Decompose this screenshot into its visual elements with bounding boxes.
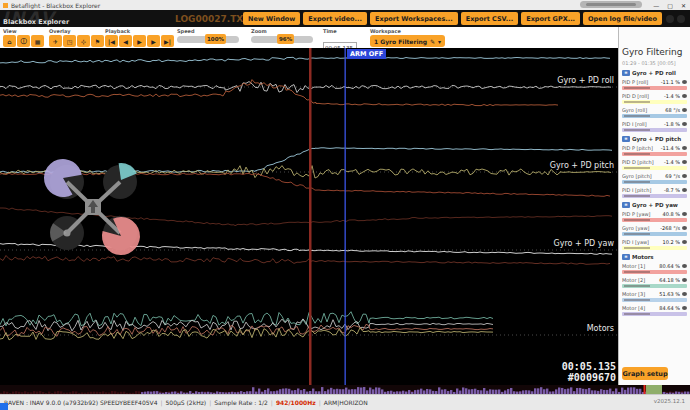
legend-field-row[interactable]: Gyro [roll]68 °/s: [622, 106, 687, 113]
eye-icon[interactable]: [682, 94, 687, 98]
eye-icon[interactable]: [682, 108, 687, 112]
step-forward-icon[interactable]: ▶: [147, 35, 160, 47]
step-back-icon[interactable]: ◀: [119, 35, 132, 47]
field-color-strip: [622, 284, 687, 288]
legend-field-row[interactable]: PID I [yaw]10.2 %: [622, 238, 687, 245]
legend-group-name: Gyro + PD pitch: [632, 136, 681, 142]
effective-frequency: 942/1000Hz: [276, 399, 316, 406]
header-button-export-video[interactable]: Export video...: [303, 12, 367, 25]
legend-field-row[interactable]: PID P [roll]-11.1 %: [622, 78, 687, 85]
seek-bar[interactable]: [0, 385, 690, 394]
jump-end-icon[interactable]: ▶|: [161, 35, 174, 47]
chevron-down-icon[interactable]: ▾: [438, 38, 441, 45]
field-color-strip: [622, 100, 687, 104]
chart-canvas[interactable]: [0, 48, 618, 385]
header-button-export-workspaces[interactable]: Export Workspaces...: [370, 12, 458, 25]
sticks-icon[interactable]: ⊹: [77, 35, 90, 47]
field-value: -1.4 %: [664, 93, 680, 99]
eye-icon[interactable]: [682, 278, 687, 282]
eye-icon[interactable]: [682, 122, 687, 126]
maximize-icon[interactable]: ▢: [667, 2, 673, 9]
field-name: Motor [1]: [622, 263, 659, 269]
playback-label: Playback: [105, 28, 174, 34]
legend-field-row[interactable]: Motor [3]51.63 %: [622, 290, 687, 297]
legend-field-row[interactable]: Gyro [pitch]69 °/s: [622, 172, 687, 179]
time-frame-readout: 00:05.135 #0009670: [500, 361, 616, 383]
header-button-export-gpx[interactable]: Export GPX...: [521, 12, 580, 25]
zoom-slider[interactable]: 96%: [251, 36, 313, 43]
legend-field-row[interactable]: PID I [roll]-1.8 %: [622, 120, 687, 127]
legend-field-row[interactable]: Motor [1]80.64 %: [622, 262, 687, 269]
jump-start-icon[interactable]: |◀: [105, 35, 118, 47]
field-name: Motor [4]: [622, 305, 659, 311]
marker-icon[interactable]: ⚑: [91, 35, 104, 47]
zoom-value-badge[interactable]: 96%: [277, 34, 294, 44]
legend-group-name: Gyro + PD roll: [632, 70, 676, 76]
eye-icon[interactable]: [682, 292, 687, 296]
legend-field-row[interactable]: PID D [roll]-1.4 %: [622, 92, 687, 99]
eye-icon[interactable]: [682, 146, 687, 150]
graph-icon: ≡: [622, 254, 630, 260]
field-name: Gyro [yaw]: [622, 225, 660, 231]
minimize-icon[interactable]: —: [653, 2, 659, 9]
header-button-new-window[interactable]: New Window: [243, 12, 300, 25]
close-icon[interactable]: ✕: [681, 2, 686, 9]
header-button-row: New WindowExport video...Export Workspac…: [243, 12, 662, 25]
legend-field-row[interactable]: Motor [4]84.64 %: [622, 304, 687, 311]
grid-icon[interactable]: ▦: [31, 35, 44, 47]
eye-icon[interactable]: [682, 80, 687, 84]
field-value: -1.4 %: [664, 159, 680, 165]
legend-field-row[interactable]: Motor [2]64.18 %: [622, 276, 687, 283]
field-color-strip: [622, 270, 687, 274]
field-value: 80.64 %: [659, 263, 680, 269]
eye-icon[interactable]: [682, 226, 687, 230]
legend-group-header[interactable]: ≡Gyro + PD yaw: [622, 202, 687, 208]
workspace-value: 1 Gyro Filtering: [374, 38, 427, 45]
legend-field-row[interactable]: PID I [pitch]-8.7 %: [622, 186, 687, 193]
field-name: PID P [pitch]: [622, 145, 661, 151]
field-color-strip: [622, 232, 687, 236]
info-icon[interactable]: ⓘ: [17, 35, 30, 47]
header-circle-icon[interactable]: [666, 15, 674, 23]
view-label: View: [3, 28, 44, 34]
workspace-dropdown[interactable]: 1 Gyro Filtering ✎ ▾: [370, 35, 445, 47]
home-icon[interactable]: ⌂: [3, 35, 16, 47]
log-info: RAVEN : INAV 9.0.0 (a7932b92) SPEEDYBEEF…: [4, 399, 158, 406]
log-time-range: 01:29 - 01:35 [00:05]: [622, 60, 687, 66]
header-button-export-csv[interactable]: Export CSV...: [461, 12, 519, 25]
field-value: -268 °/s: [660, 225, 680, 231]
header-button-open-log-file-video[interactable]: Open log file/video: [583, 12, 662, 25]
field-value: 68 °/s: [665, 107, 680, 113]
eye-icon[interactable]: [682, 264, 687, 268]
legend-group-header[interactable]: ≡Motors: [622, 254, 687, 260]
eye-icon[interactable]: [682, 306, 687, 310]
sample-rate: Sample Rate : 1/2: [214, 399, 268, 406]
speed-group: Speed 100%: [177, 28, 239, 43]
play-icon[interactable]: ▶: [133, 35, 146, 47]
edit-icon[interactable]: ✎: [430, 38, 435, 45]
eye-icon[interactable]: [682, 160, 687, 164]
field-name: Motor [2]: [622, 277, 659, 283]
speed-value-badge[interactable]: 100%: [205, 34, 226, 44]
legend-field-row[interactable]: PID D [pitch]-1.4 %: [622, 158, 687, 165]
current-frame: #0009670: [500, 372, 616, 383]
legend-field-row[interactable]: PID P [yaw]40.8 %: [622, 210, 687, 217]
legend-field-row[interactable]: PID P [pitch]-11.4 %: [622, 144, 687, 151]
notification-pill[interactable]: [580, 1, 642, 8]
legend-field-row[interactable]: Gyro [yaw]-268 °/s: [622, 224, 687, 231]
field-color-strip: [622, 166, 687, 170]
field-name: PID I [yaw]: [622, 239, 663, 245]
eye-icon[interactable]: [682, 212, 687, 216]
eye-icon[interactable]: [682, 240, 687, 244]
eye-icon[interactable]: [682, 174, 687, 178]
eye-icon[interactable]: [682, 188, 687, 192]
craft-icon[interactable]: ✈: [49, 35, 62, 47]
header-circle-icon[interactable]: [677, 15, 685, 23]
speed-slider[interactable]: 100%: [177, 36, 239, 43]
flight-modes: ARM|HORIZON: [324, 399, 368, 406]
model-icon[interactable]: ◳: [63, 35, 76, 47]
legend-group-header[interactable]: ≡Gyro + PD pitch: [622, 136, 687, 142]
graph-setup-button[interactable]: Graph setup: [622, 367, 668, 380]
blackbox-explorer-window: Betaflight - Blackbox Explorer — ▢ ✕ INA…: [0, 0, 690, 410]
legend-group-header[interactable]: ≡Gyro + PD roll: [622, 70, 687, 76]
